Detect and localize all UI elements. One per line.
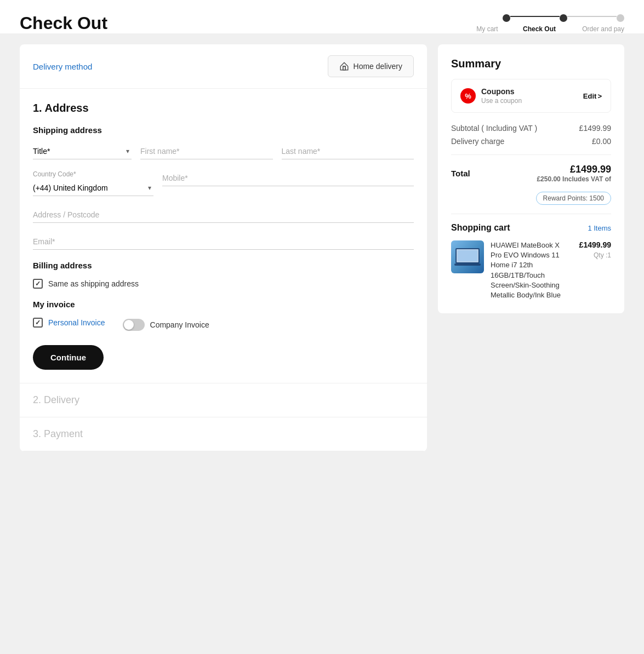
invoice-options: Personal Invoice Company Invoice	[33, 318, 414, 332]
total-row: Total £1499.99 £250.00 Includes VAT of	[451, 164, 611, 183]
coupon-info: Coupons Use a coupon	[481, 87, 522, 105]
personal-invoice-row[interactable]: Personal Invoice	[33, 318, 105, 328]
step-3-dot	[617, 14, 624, 22]
last-name-field	[282, 144, 414, 159]
svg-rect-0	[343, 66, 345, 70]
step-3-label: Order and pay	[564, 25, 624, 33]
total-value: £1499.99	[537, 164, 611, 175]
cart-item-qty: Qty :1	[594, 251, 611, 259]
same-address-label: Same as shipping address	[48, 279, 139, 288]
coupon-edit-label: Edit	[583, 92, 597, 100]
cart-item-name: HUAWEI MateBook X Pro EVO Windows 11 Hom…	[491, 240, 573, 300]
product-image-svg	[451, 240, 484, 273]
connector-2	[567, 16, 617, 17]
step-1-block	[503, 14, 510, 22]
coupon-edit-arrow: >	[597, 92, 602, 100]
coupon-title: Coupons	[481, 87, 522, 96]
step-1-dot	[503, 14, 510, 22]
title-select-wrapper: Title* Mr Mrs Ms ▾	[33, 144, 132, 159]
delivery-section-title: 2. Delivery	[33, 394, 79, 405]
country-code-label: Country Code*	[33, 170, 153, 178]
email-input[interactable]	[33, 234, 414, 250]
first-name-input[interactable]	[140, 144, 273, 159]
country-select[interactable]: (+44) United Kingdom	[33, 183, 153, 192]
svg-rect-5	[454, 263, 481, 266]
step-2-block	[560, 14, 567, 22]
first-name-field	[140, 144, 273, 159]
delivery-method-bar: Delivery method Home delivery	[20, 44, 427, 89]
checkout-stepper: My cart Check Out Order and pay	[460, 14, 624, 33]
company-invoice-toggle[interactable]	[123, 319, 145, 331]
address-section: 1. Address Shipping address Title* Mr Mr…	[20, 89, 427, 383]
coupon-edit-button[interactable]: Edit >	[583, 92, 602, 100]
cart-item-price: £1499.99	[579, 240, 611, 249]
address-row	[33, 207, 414, 223]
personal-invoice-label: Personal Invoice	[48, 318, 105, 327]
cart-item: HUAWEI MateBook X Pro EVO Windows 11 Hom…	[451, 240, 611, 300]
payment-section-title: 3. Payment	[33, 428, 83, 439]
cart-title: Shopping cart	[451, 223, 510, 233]
continue-button[interactable]: Continue	[33, 345, 104, 370]
subtotal-row: Subtotal ( Including VAT ) £1499.99	[451, 124, 611, 133]
company-invoice-row[interactable]: Company Invoice	[123, 319, 209, 331]
stepper-dots	[503, 14, 624, 22]
coupon-card[interactable]: % Coupons Use a coupon Edit >	[451, 79, 611, 113]
toggle-knob	[124, 320, 134, 330]
delivery-section-collapsed: 2. Delivery	[20, 383, 427, 417]
step-2-dot	[560, 14, 567, 22]
total-label: Total	[451, 169, 470, 178]
billing-address-title: Billing address	[33, 261, 414, 270]
subtotal-value: £1499.99	[579, 124, 611, 133]
price-divider	[451, 154, 611, 155]
main-layout: Delivery method Home delivery 1. Address…	[0, 33, 644, 462]
delivery-row: Delivery charge £0.00	[451, 137, 611, 146]
step-3-block	[617, 14, 624, 22]
vat-note: £250.00 Includes VAT of	[537, 175, 611, 183]
left-panel: Delivery method Home delivery 1. Address…	[20, 44, 427, 451]
coupon-sub: Use a coupon	[481, 97, 522, 105]
home-delivery-button[interactable]: Home delivery	[328, 55, 414, 77]
shopping-cart-header: Shopping cart 1 Items	[451, 223, 611, 233]
coupon-icon: %	[460, 88, 476, 104]
summary-title: Summary	[451, 58, 611, 70]
title-select[interactable]: Title* Mr Mrs Ms	[33, 147, 132, 156]
country-code-field: Country Code* (+44) United Kingdom ▾	[33, 170, 153, 196]
mobile-field	[162, 170, 414, 196]
name-row: Title* Mr Mrs Ms ▾	[33, 144, 414, 159]
address-section-title: 1. Address	[33, 102, 414, 114]
email-row	[33, 234, 414, 250]
email-field	[33, 234, 414, 250]
delivery-method-label: Delivery method	[33, 62, 92, 71]
company-invoice-label: Company Invoice	[150, 320, 209, 329]
reward-badge: Reward Points: 1500	[536, 192, 611, 205]
svg-rect-4	[458, 250, 477, 261]
step-2-label: Check Out	[515, 25, 564, 33]
invoice-title: My invoice	[33, 300, 414, 309]
shipping-address-title: Shipping address	[33, 125, 414, 135]
address-field	[33, 207, 414, 223]
page-title: Check Out	[20, 13, 107, 33]
address-input[interactable]	[33, 207, 414, 223]
total-right: £1499.99 £250.00 Includes VAT of	[537, 164, 611, 183]
personal-invoice-checkbox[interactable]	[33, 318, 43, 328]
delivery-label: Delivery charge	[451, 137, 504, 146]
cart-item-details: HUAWEI MateBook X Pro EVO Windows 11 Hom…	[491, 240, 573, 300]
connector-1	[510, 16, 560, 17]
cart-item-image	[451, 240, 484, 273]
step-1-label: My cart	[460, 25, 515, 33]
same-address-row[interactable]: Same as shipping address	[33, 279, 414, 289]
delivery-value: £0.00	[592, 137, 611, 146]
cart-divider	[451, 214, 611, 214]
phone-row: Country Code* (+44) United Kingdom ▾	[33, 170, 414, 196]
cart-items-count: 1 Items	[588, 224, 611, 232]
payment-section-collapsed: 3. Payment	[20, 417, 427, 451]
mobile-input[interactable]	[162, 170, 414, 186]
home-icon	[339, 61, 349, 71]
cart-item-price-row: £1499.99 Qty :1	[579, 240, 611, 259]
coupon-left: % Coupons Use a coupon	[460, 87, 522, 105]
summary-panel: Summary % Coupons Use a coupon Edit > Su…	[438, 44, 624, 313]
subtotal-label: Subtotal ( Including VAT )	[451, 124, 537, 133]
last-name-input[interactable]	[282, 144, 414, 159]
same-address-checkbox[interactable]	[33, 279, 43, 289]
title-field: Title* Mr Mrs Ms ▾	[33, 144, 132, 159]
